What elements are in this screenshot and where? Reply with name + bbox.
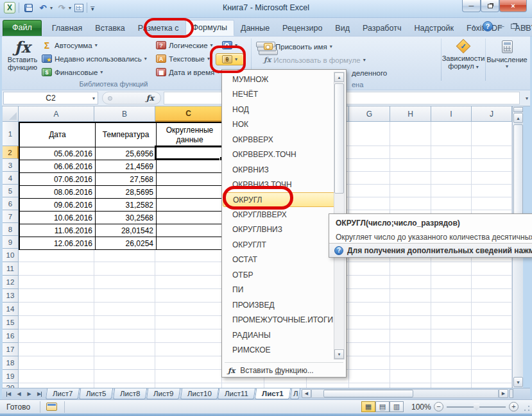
sheet-tab-лист11[interactable]: Лист11	[218, 388, 255, 399]
date-cell[interactable]: 11.06.2016	[20, 224, 96, 237]
menu-item-окрвниз[interactable]: ОКРВНИЗ	[223, 162, 333, 178]
tab-рецензиро[interactable]: Рецензиро	[276, 21, 329, 36]
active-cell-selection[interactable]	[155, 146, 223, 160]
empty-cell[interactable]	[157, 199, 223, 212]
date-cell[interactable]: 08.06.2016	[20, 186, 96, 199]
data-table[interactable]: ДатаТемператураОкругленные данные05.06.2…	[19, 122, 223, 250]
workbook-close-icon[interactable]: ×	[523, 22, 527, 30]
value-cell[interactable]: 30,2568	[96, 212, 157, 224]
zoom-out-button[interactable]: −	[434, 402, 443, 412]
menu-item-римское[interactable]: РИМСКОЕ	[223, 343, 333, 358]
zoom-level-label[interactable]: 100%	[411, 403, 431, 412]
empty-cell[interactable]	[157, 237, 223, 250]
menu-item-отбр[interactable]: ОТБР	[223, 267, 333, 283]
workbook-restore-icon[interactable]	[511, 24, 517, 29]
row-header-3[interactable]: 3	[3, 159, 19, 172]
sheet-tab-лист5[interactable]: Лист5	[79, 388, 114, 399]
autosum-button[interactable]: Σ Автосумма▾	[42, 39, 98, 51]
value-cell[interactable]: 28,01542	[96, 224, 157, 237]
menu-item-округлт[interactable]: ОКРУГЛТ	[223, 237, 333, 253]
scroll-down-button[interactable]: ▼	[513, 377, 523, 387]
logical-button[interactable]: ? Логические▾	[156, 39, 213, 51]
date-cell[interactable]: 12.06.2016	[20, 237, 96, 250]
vertical-scroll-thumb[interactable]	[513, 124, 523, 219]
value-cell[interactable]: 31,2582	[96, 199, 157, 212]
row-header-7[interactable]: 7	[3, 210, 19, 223]
row-header-14[interactable]: 14	[3, 303, 19, 316]
menu-item-окрвверх.точн[interactable]: ОКРВВЕРХ.ТОЧН	[223, 147, 333, 163]
expand-formula-bar-icon[interactable]: ▾	[526, 96, 528, 101]
menu-item-окрвверх[interactable]: ОКРВВЕРХ	[223, 132, 333, 147]
name-box[interactable]: C2 ▾	[3, 92, 98, 104]
value-cell[interactable]: 27,568	[96, 173, 157, 186]
menu-item-произвед[interactable]: ПРОИЗВЕД	[223, 297, 333, 313]
macro-record-icon[interactable]	[46, 403, 57, 411]
row-header-11[interactable]: 11	[3, 262, 19, 276]
resize-dot-icon[interactable]	[108, 96, 112, 101]
row-header-15[interactable]: 15	[3, 316, 19, 329]
minimize-button[interactable]: ─	[462, 0, 481, 12]
empty-cell[interactable]	[157, 160, 223, 173]
horizontal-scroll-thumb[interactable]	[323, 390, 413, 397]
page-layout-view-button[interactable]: ▤	[375, 401, 390, 412]
tab-split-handle[interactable]	[510, 389, 513, 398]
scroll-up-button[interactable]: ▲	[513, 113, 523, 123]
menu-item-округлвниз[interactable]: ОКРУГЛВНИЗ	[223, 222, 333, 238]
menu-item-нок[interactable]: НОК	[223, 117, 333, 133]
sheet-tab-л[interactable]: Л	[290, 388, 300, 399]
name-box-caret-icon[interactable]: ▾	[92, 96, 95, 101]
insert-function-menu-item[interactable]: ƒx Вставить функцию...	[223, 364, 345, 377]
empty-cell[interactable]	[157, 186, 223, 199]
row-header-5[interactable]: 5	[3, 185, 19, 197]
menu-item-остат[interactable]: ОСТАТ	[223, 253, 333, 268]
zoom-slider-thumb[interactable]	[474, 403, 479, 411]
insert-function-fx-icon[interactable]: ƒx	[146, 94, 154, 103]
next-sheet-button[interactable]: ▶	[24, 390, 34, 399]
date-cell[interactable]: 09.06.2016	[20, 199, 96, 212]
row-header-12[interactable]: 12	[3, 276, 19, 289]
close-button[interactable]: ×	[499, 0, 527, 12]
sheet-tab-лист8[interactable]: Лист8	[113, 388, 148, 399]
row-header-18[interactable]: 18	[3, 356, 19, 370]
scroll-left-button[interactable]: ◀	[302, 389, 311, 398]
scroll-right-button[interactable]: ▶	[499, 389, 508, 398]
maximize-button[interactable]	[481, 0, 499, 12]
row-header-4[interactable]: 4	[3, 172, 19, 185]
value-cell[interactable]: 26,0254	[96, 237, 157, 250]
value-cell[interactable]: 25,6956	[96, 147, 157, 160]
column-header-J[interactable]: J	[472, 106, 512, 122]
row-header-13[interactable]: 13	[3, 289, 19, 303]
recently-used-button[interactable]: ★ Недавно использовались▾	[42, 53, 147, 65]
row-header-17[interactable]: 17	[3, 343, 19, 356]
menu-item-радианы[interactable]: РАДИАНЫ	[223, 328, 333, 343]
column-header-I[interactable]: I	[431, 106, 472, 122]
empty-cell[interactable]	[157, 173, 223, 186]
workbook-minimize-icon[interactable]: ─	[499, 22, 504, 30]
financial-button[interactable]: $ Финансовые▾	[42, 66, 103, 78]
tab-вставка[interactable]: Вставка	[89, 21, 131, 36]
column-header-H[interactable]: H	[390, 106, 431, 122]
horizontal-scrollbar[interactable]: ◀ ▶	[302, 388, 513, 399]
row-header-8[interactable]: 8	[3, 223, 19, 236]
date-cell[interactable]: 05.06.2016	[20, 147, 96, 160]
split-handle[interactable]	[513, 107, 523, 112]
row-header-19[interactable]: 19	[3, 370, 19, 383]
column-header-A[interactable]: A	[19, 106, 94, 122]
sheet-tab-лист10[interactable]: Лист10	[180, 388, 218, 399]
tab-главная[interactable]: Главная	[46, 21, 89, 36]
menu-item-промежуточные.итоги[interactable]: ПРОМЕЖУТОЧНЫЕ.ИТОГИ	[223, 313, 333, 328]
define-name-button[interactable]: Присвоить имя▾	[264, 40, 332, 53]
row-header-1[interactable]: 1	[3, 122, 19, 146]
row-header-16[interactable]: 16	[3, 329, 19, 343]
row-header-9[interactable]: 9	[3, 236, 19, 249]
minimize-ribbon-icon[interactable]: ∧	[471, 23, 476, 30]
value-cell[interactable]: 21,4569	[96, 160, 157, 173]
menu-scroll-thumb[interactable]	[334, 83, 344, 194]
row-header-20[interactable]: 20	[3, 383, 19, 388]
tab-file[interactable]: Файл	[3, 20, 42, 36]
menu-item-мумнож[interactable]: МУМНОЖ	[223, 72, 333, 87]
date-cell[interactable]: 06.06.2016	[20, 160, 96, 173]
zoom-in-button[interactable]: +	[509, 402, 519, 412]
page-break-view-button[interactable]: ▥	[390, 401, 404, 412]
column-header-B[interactable]: B	[94, 106, 155, 122]
